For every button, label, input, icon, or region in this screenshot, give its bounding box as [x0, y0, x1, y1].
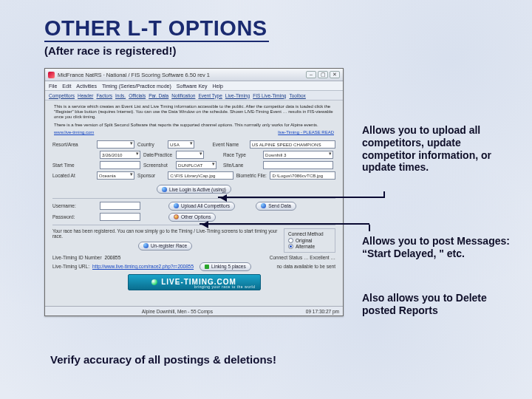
select-located[interactable]: Oceania [97, 171, 134, 180]
tb-notification[interactable]: Notification [171, 93, 195, 98]
select-racetype[interactable]: Downhill 3 [263, 151, 333, 159]
status-right: 09 17:30:27 pm [306, 309, 339, 314]
tb-fislivetiming[interactable]: FIS Live-Timing [253, 93, 286, 98]
select-country[interactable]: USA [168, 140, 194, 149]
footer-note: Verify accuracy of all postings & deleti… [50, 353, 276, 366]
label-station: Site/Lane [223, 163, 260, 168]
intro-text-2: There is a free version of Split Second … [54, 123, 334, 128]
input-starttime[interactable] [100, 161, 140, 169]
label-biofile: Biometric File: [236, 173, 267, 178]
annotation-messages: Allows you to post Messages: “Start Dela… [362, 235, 517, 260]
upload-all-button[interactable]: Upload All Competitors [168, 202, 235, 211]
label-period: Date/Practice [143, 152, 173, 157]
input-username[interactable] [100, 202, 140, 210]
tb-inds[interactable]: Inds. [115, 93, 126, 98]
tb-eventtype[interactable]: Event Type [198, 93, 222, 98]
label-username: Username: [52, 203, 97, 208]
menu-edit[interactable]: Edit [62, 83, 71, 89]
lock-icon [162, 187, 167, 192]
window-maximize-button[interactable]: ▢ [318, 71, 328, 78]
lt-id-value: 200855 [105, 255, 121, 260]
window-title-text: MidFrance NatRS · National / FIS Scoring… [58, 72, 306, 78]
conn-status: Connect Status … Excellent … [270, 255, 335, 260]
send-data-button[interactable]: Send Data [256, 202, 296, 211]
other-options-label: Other Options [181, 214, 211, 219]
select-date[interactable]: 3/26/2010 [100, 151, 140, 159]
send-icon [261, 203, 266, 208]
intro-text-1: This is a service which creates an Event… [54, 104, 334, 120]
unregister-label: Un-register Race [151, 243, 187, 248]
label-racetype: Race Type [223, 152, 260, 157]
menu-timing[interactable]: Timing (Series/Practice mode) [102, 83, 171, 89]
window-titlebar: MidFrance NatRS · National / FIS Scoring… [45, 69, 343, 81]
upload-icon [174, 203, 179, 208]
tb-livetiming[interactable]: Live-Timing [225, 93, 250, 98]
input-password[interactable] [100, 213, 140, 221]
label-starttime: Start Time [52, 163, 97, 168]
unregister-button[interactable]: Un-register Race [138, 242, 192, 250]
label-sponsor: Screenshot [143, 163, 173, 168]
other-options-button[interactable]: Other Options [168, 213, 216, 222]
label-country: Country [137, 142, 165, 147]
annotation-delete: Also allows you to Delete posted Reports [362, 292, 517, 317]
annotation-upload: Allows you to upload all competitors, up… [362, 124, 517, 174]
app-window: MidFrance NatRS · National / FIS Scoring… [44, 68, 344, 316]
toolbar: Competitors Header Factors Inds. Officia… [45, 91, 343, 100]
label-located: Located At [52, 173, 94, 178]
label-resort: Resort/Area [52, 142, 94, 147]
lt-link-label: Live-Timing URL: [52, 264, 89, 269]
input-biofile[interactable]: D:\Logos\7086cvTCB.jpg [270, 171, 335, 180]
gear-icon [174, 214, 179, 219]
intro-link-site[interactable]: www.live-timing.com [54, 130, 94, 135]
tb-toolbox[interactable]: Toolbox [289, 93, 305, 98]
page-subtitle: (After race is registered!) [44, 44, 176, 57]
upload-all-label: Upload All Competitors [181, 203, 230, 208]
app-icon [48, 72, 55, 78]
conn-sub: no data available to be sent [276, 264, 335, 269]
menu-software-key[interactable]: Software Key [177, 83, 208, 89]
select-period[interactable] [176, 151, 204, 159]
window-close-button[interactable]: ✕ [330, 71, 340, 78]
status-bar: Alpine Downhill, Men - 55 Comps 09 17:30… [45, 306, 343, 316]
tb-pardata[interactable]: Par. Data [149, 93, 168, 98]
window-minimize-button[interactable]: – [306, 71, 316, 78]
radio-alternate[interactable]: Alternate [288, 244, 331, 249]
register-note: Your race has been registered. You can n… [52, 228, 278, 239]
tb-factors[interactable]: Factors [96, 93, 112, 98]
login-status-label: Live Login is Active (using) [169, 187, 226, 192]
undo-icon [143, 243, 149, 248]
label-sponsorfile: Sponsor [137, 173, 165, 178]
tb-competitors[interactable]: Competitors [49, 93, 75, 98]
tb-officials[interactable]: Officials [129, 93, 146, 98]
menu-activities[interactable]: Activities [76, 83, 97, 89]
lt-link-value[interactable]: http://www.live-timing.com/race2.php?r=2… [92, 264, 194, 269]
progress-chip: Linking 5 places [200, 262, 251, 271]
input-station[interactable] [263, 161, 333, 169]
input-eventname[interactable]: US ALPINE SPEED CHAMPIONS [250, 140, 335, 149]
select-sponsor[interactable]: DUNPLOAT [176, 161, 216, 169]
login-status-button[interactable]: Live Login is Active (using) [157, 185, 231, 194]
tb-header[interactable]: Header [78, 93, 93, 98]
menu-help[interactable]: Help [213, 83, 223, 89]
led-icon [151, 279, 157, 285]
select-resort[interactable] [97, 140, 134, 149]
progress-icon [205, 265, 209, 269]
lt-id-label: Live-Timing ID Number [52, 255, 102, 260]
progress-label: Linking 5 places [211, 264, 246, 269]
menu-file[interactable]: File [49, 83, 57, 89]
arrow-to-upload [218, 197, 384, 198]
menu-bar: File Edit Activities Timing (Series/Prac… [45, 81, 343, 91]
radio-original[interactable]: Original [288, 238, 331, 243]
live-timing-banner[interactable]: LIVE-TIMING.COM bringing your race to th… [128, 274, 261, 290]
label-eventname: Event Name [212, 142, 246, 147]
banner-subtext: bringing your race to the world [194, 284, 256, 289]
intro-block: This is a service which creates an Event… [45, 100, 343, 137]
intro-link-read[interactable]: live-Timing - PLEASE READ [278, 130, 334, 135]
page-title: OTHER L-T OPTIONS [44, 16, 269, 42]
status-left: Alpine Downhill, Men - 55 Comps [49, 309, 306, 314]
label-password: Password: [52, 214, 97, 219]
radio-group-title: Connect Method [288, 231, 331, 236]
arrow-to-other [200, 223, 369, 225]
send-data-label: Send Data [268, 203, 291, 208]
input-sponsorfile[interactable]: C:\FIS Library\Cap.jpg [168, 171, 233, 180]
